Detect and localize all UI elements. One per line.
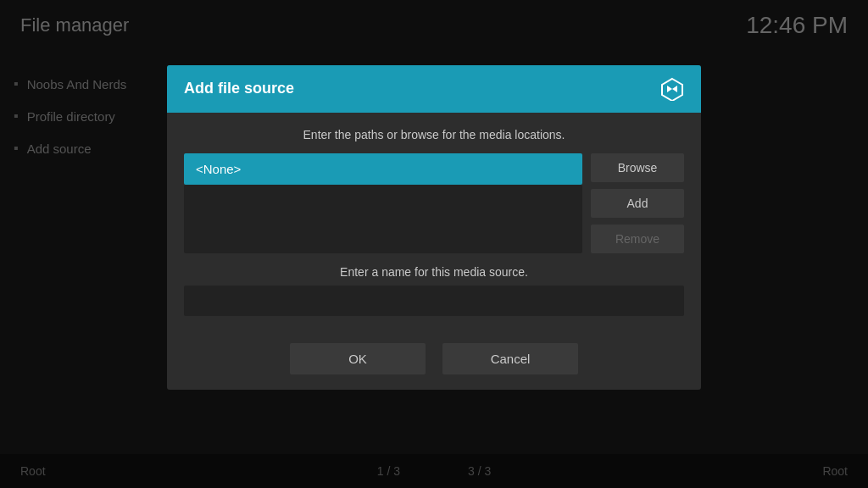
kodi-logo	[660, 77, 684, 101]
dialog-title: Add file source	[184, 80, 294, 97]
path-input[interactable]	[184, 153, 582, 185]
svg-marker-2	[672, 86, 677, 92]
browse-button[interactable]: Browse	[591, 153, 684, 182]
dialog-footer: OK Cancel	[167, 331, 701, 390]
name-section: Enter a name for this media source.	[184, 265, 684, 316]
ok-button[interactable]: OK	[290, 343, 426, 374]
add-file-source-dialog: Add file source Enter the paths or brows…	[167, 65, 701, 390]
dialog-subtitle: Enter the paths or browse for the media …	[184, 128, 684, 141]
action-buttons: Browse Add Remove	[591, 153, 684, 253]
add-button[interactable]: Add	[591, 189, 684, 218]
cancel-button[interactable]: Cancel	[442, 343, 578, 374]
path-input-container	[184, 153, 582, 253]
path-list-area	[184, 185, 582, 253]
name-input[interactable]	[184, 286, 684, 316]
dialog-overlay: Add file source Enter the paths or brows…	[0, 0, 868, 488]
name-label: Enter a name for this media source.	[184, 265, 684, 279]
svg-marker-1	[667, 86, 672, 92]
svg-marker-0	[662, 79, 682, 101]
remove-button[interactable]: Remove	[591, 225, 684, 253]
dialog-body: Enter the paths or browse for the media …	[167, 113, 701, 331]
dialog-header: Add file source	[167, 65, 701, 113]
path-section: Browse Add Remove	[184, 153, 684, 253]
